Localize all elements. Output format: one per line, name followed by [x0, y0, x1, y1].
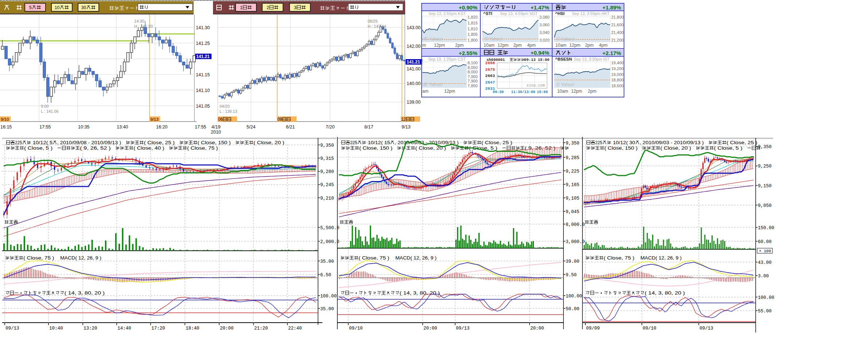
svg-text:7,850: 7,850 — [468, 84, 478, 88]
svg-text:16:20: 16:20 — [156, 124, 167, 130]
svg-text:, 2010/09/08 - 2010/09/13 ): , 2010/09/08 - 2010/09/13 ) — [57, 140, 121, 145]
svg-text:( Close, 25 ): ( Close, 25 ) — [144, 140, 175, 145]
svg-text:10am: 10am — [555, 43, 566, 48]
svg-text:H : 141.30: H : 141.30 — [134, 24, 153, 28]
svg-text:^HSI: ^HSI — [555, 11, 565, 16]
svg-text:141.15: 141.15 — [196, 72, 210, 77]
svg-text:9,350: 9,350 — [758, 145, 772, 150]
svg-text:20:00: 20:00 — [423, 326, 437, 331]
svg-text:2663: 2663 — [485, 74, 495, 78]
svg-text:+0.90%: +0.90% — [459, 4, 477, 11]
svg-text:10/12( 5: 10/12( 5 — [31, 140, 53, 145]
svg-text:19,000: 19,000 — [611, 72, 624, 77]
svg-text:10:35: 10:35 — [78, 124, 89, 130]
svg-text:9,285: 9,285 — [566, 155, 580, 161]
svg-text:4pm: 4pm — [527, 43, 535, 48]
svg-text:3,040: 3,040 — [539, 30, 550, 35]
svg-text:9,105: 9,105 — [566, 196, 580, 201]
svg-text:2647: 2647 — [485, 80, 495, 85]
svg-text:18,600: 18,600 — [611, 84, 624, 88]
svg-text:12pm: 12pm — [571, 89, 582, 94]
svg-text:( Close, 150 ): ( Close, 150 ) — [359, 146, 392, 151]
svg-text:2pm: 2pm — [585, 43, 593, 48]
svg-text:MACD( 12, 26, 9 ): MACD( 12, 26, 9 ) — [394, 255, 437, 261]
svg-text:1,800: 1,800 — [468, 38, 478, 42]
svg-text:2pm: 2pm — [588, 89, 596, 94]
svg-text:6.50: 6.50 — [320, 273, 331, 278]
svg-text:7/20: 7/20 — [326, 124, 334, 130]
svg-text:8,000.0: 8,000.0 — [566, 222, 585, 227]
svg-text:11:30/13:00: 11:30/13:00 — [511, 90, 535, 94]
svg-text:( Close, 20 ): ( Close, 20 ) — [253, 140, 284, 145]
svg-text:9/13: 9/13 — [402, 124, 410, 130]
svg-text:100.00: 100.00 — [758, 295, 774, 300]
svg-text:8/17: 8/17 — [364, 124, 373, 130]
svg-text:13:40: 13:40 — [117, 124, 128, 130]
svg-text:09/10: 09/10 — [349, 326, 363, 331]
svg-text:MACD( 12, 26, 9 ): MACD( 12, 26, 9 ) — [639, 255, 682, 261]
svg-text:10am: 10am — [557, 89, 568, 94]
svg-text:09/10: 09/10 — [643, 326, 656, 331]
svg-text:9,315: 9,315 — [320, 156, 334, 161]
svg-text:3: 3 — [294, 5, 297, 10]
svg-text:7,900: 7,900 — [468, 79, 478, 83]
svg-text:Sep 13, 3:59pm HKT: Sep 13, 3:59pm HKT — [572, 11, 609, 16]
svg-text:9,045: 9,045 — [566, 209, 580, 215]
svg-text:Sep 13, 1:25pm CST: Sep 13, 1:25pm CST — [428, 57, 466, 61]
svg-text:9,250: 9,250 — [758, 164, 772, 169]
svg-text:100.00: 100.00 — [320, 294, 337, 299]
svg-text:^STI: ^STI — [483, 11, 492, 16]
svg-text:139.00: 139.00 — [407, 100, 421, 105]
svg-text:09/13: 09/13 — [456, 326, 470, 331]
svg-text:12pm: 12pm — [444, 89, 455, 94]
svg-text:9/13: 9/13 — [150, 117, 158, 122]
svg-text:06: 06 — [218, 117, 223, 122]
svg-text:17:55: 17:55 — [195, 124, 206, 130]
svg-text:, 2010/09/03 - 2010/09/13 ): , 2010/09/03 - 2010/09/13 ) — [640, 140, 704, 145]
svg-text:( Close, 75 ): ( Close, 75 ) — [359, 255, 390, 261]
svg-text:143.00: 143.00 — [407, 25, 421, 30]
svg-text:20:00: 20:00 — [220, 326, 234, 331]
svg-text:43.00: 43.00 — [758, 260, 772, 265]
svg-text:( 14, 3, 80, 20 ): ( 14, 3, 80, 20 ) — [400, 291, 440, 296]
svg-text:141.00: 141.00 — [407, 66, 421, 72]
svg-text:17:55: 17:55 — [39, 124, 51, 130]
svg-text:+0.94%: +0.94% — [531, 50, 549, 56]
svg-text:18:40: 18:40 — [186, 326, 199, 331]
svg-text:+2.17%: +2.17% — [602, 50, 621, 56]
svg-text:( 9, 26, 52 ): ( 9, 26, 52 ) — [80, 146, 111, 151]
svg-text:MACD( 12, 26, 9 ): MACD( 12, 26, 9 ) — [59, 255, 101, 261]
svg-text:4/19: 4/19 — [212, 124, 220, 130]
svg-text:Sep 13, 4:59pm SGT: Sep 13, 4:59pm SGT — [500, 11, 538, 16]
svg-text:18,800: 18,800 — [611, 78, 624, 82]
svg-text:am: am — [422, 89, 429, 94]
svg-text:× 100: × 100 — [759, 249, 771, 253]
svg-text:sina.com: sina.com — [527, 83, 545, 88]
svg-text:21,400: 21,400 — [611, 30, 624, 35]
svg-text:8,000: 8,000 — [468, 70, 478, 74]
svg-text:5: 5 — [29, 5, 32, 10]
svg-text:21,200: 21,200 — [611, 38, 624, 42]
svg-text:( Close, 5 ): ( Close, 5 ) — [24, 146, 53, 151]
svg-text:3.00: 3.00 — [758, 274, 769, 279]
svg-text:( 14, 3, 80, 20 ): ( 14, 3, 80, 20 ) — [65, 291, 105, 296]
svg-text:© Yahoo!: © Yahoo! — [557, 82, 574, 87]
svg-text:9/10: 9/10 — [1, 117, 9, 122]
svg-text:9,280: 9,280 — [320, 169, 334, 174]
svg-text:m: m — [422, 43, 426, 48]
svg-text:6/21: 6/21 — [286, 124, 295, 130]
svg-text:12pm: 12pm — [497, 43, 508, 48]
svg-text:( Close, 25 ): ( Close, 25 ) — [726, 140, 757, 145]
svg-text:20:00: 20:00 — [530, 326, 544, 331]
svg-text:9,245: 9,245 — [320, 182, 334, 188]
svg-text:09:30: 09:30 — [493, 90, 504, 94]
svg-text:© Yahoo!: © Yahoo! — [557, 36, 574, 42]
svg-text:9,350: 9,350 — [320, 143, 334, 148]
svg-text:10am: 10am — [484, 43, 495, 48]
svg-text:12: 12 — [401, 117, 406, 122]
svg-text:+1.47%: +1.47% — [531, 4, 549, 11]
svg-text:© Yahoo!: © Yahoo! — [485, 36, 503, 42]
svg-text:9:00: 9:00 — [41, 104, 49, 108]
svg-text:+1.89%: +1.89% — [602, 4, 621, 11]
svg-text:09/09: 09/09 — [586, 326, 600, 331]
